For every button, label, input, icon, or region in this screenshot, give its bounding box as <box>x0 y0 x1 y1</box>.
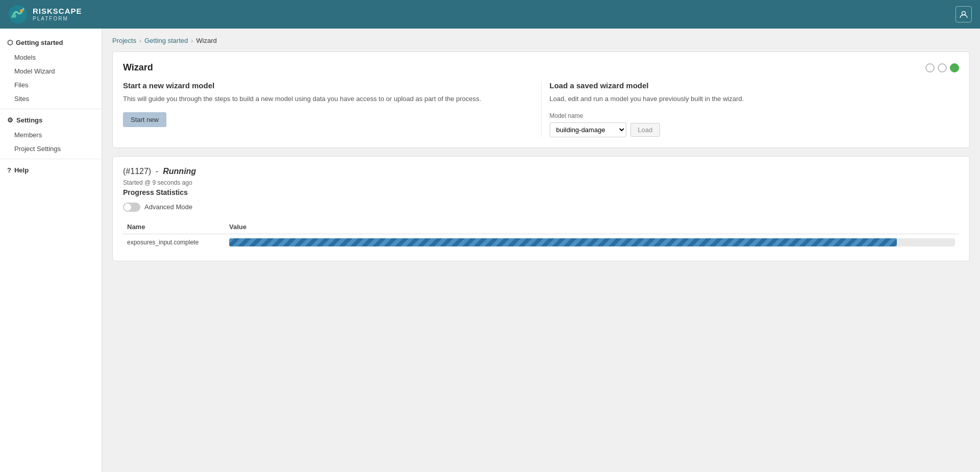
logo-text: RISKSCAPE PLATFORM <box>33 7 82 21</box>
sidebar-item-sites[interactable]: Sites <box>0 92 102 106</box>
new-model-desc: This will guide you through the steps to… <box>123 94 533 104</box>
sidebar-item-models[interactable]: Models <box>0 51 102 64</box>
breadcrumb-getting-started[interactable]: Getting started <box>144 37 188 44</box>
sidebar-item-members[interactable]: Members <box>0 128 102 142</box>
user-account-button[interactable] <box>955 6 972 22</box>
table-row: exposures_input.complete <box>123 234 959 251</box>
breadcrumb-projects[interactable]: Projects <box>112 37 136 44</box>
nav-right <box>955 6 972 22</box>
logo-icon <box>8 5 28 24</box>
sidebar-item-model-wizard[interactable]: Model Wizard <box>0 64 102 78</box>
svg-point-0 <box>9 5 27 23</box>
model-name-label: Model name <box>550 112 960 119</box>
load-button[interactable]: Load <box>630 123 660 137</box>
progress-bar-container <box>229 238 955 246</box>
progress-table: Name Value exposures_input.complete <box>123 220 959 251</box>
breadcrumb-current: Wizard <box>196 37 216 44</box>
sidebar-item-files[interactable]: Files <box>0 78 102 92</box>
wizard-load-model-col: Load a saved wizard model Load, edit and… <box>550 81 960 137</box>
wizard-columns: Start a new wizard model This will guide… <box>123 81 959 137</box>
help-icon: ? <box>7 166 11 174</box>
status-circle-2[interactable] <box>938 63 947 72</box>
sidebar-divider-2 <box>0 159 102 159</box>
wizard-card-title: Wizard <box>123 62 959 73</box>
breadcrumb: Projects › Getting started › Wizard <box>112 37 970 44</box>
running-card: (#1127) - Running Started @ 9 seconds ag… <box>112 156 970 261</box>
main-content: Projects › Getting started › Wizard Wiza… <box>102 29 980 472</box>
sidebar: ⬡ Getting started Models Model Wizard Fi… <box>0 29 102 472</box>
new-model-title: Start a new wizard model <box>123 81 533 90</box>
svg-point-1 <box>12 14 16 18</box>
running-title: (#1127) - Running <box>123 167 959 176</box>
advanced-mode-toggle[interactable] <box>123 203 140 212</box>
sidebar-help[interactable]: ? Help <box>0 162 102 178</box>
wizard-card: Wizard Start a new wizard model This wil… <box>112 52 970 148</box>
col-value-header: Value <box>225 220 959 234</box>
load-model-title: Load a saved wizard model <box>550 81 960 90</box>
status-circle-1[interactable] <box>925 63 935 72</box>
settings-icon: ⚙ <box>7 116 13 124</box>
load-model-desc: Load, edit and run a model you have prev… <box>550 94 960 104</box>
start-new-button[interactable]: Start new <box>123 112 166 127</box>
sidebar-item-project-settings[interactable]: Project Settings <box>0 142 102 156</box>
top-navigation: RISKSCAPE PLATFORM <box>0 0 980 29</box>
sidebar-getting-started[interactable]: ⬡ Getting started <box>0 35 102 51</box>
col-name-header: Name <box>123 220 225 234</box>
getting-started-icon: ⬡ <box>7 39 13 46</box>
model-row: building-damage Load <box>550 122 960 137</box>
progress-row-name: exposures_input.complete <box>123 234 225 251</box>
status-circle-3[interactable] <box>950 63 959 72</box>
breadcrumb-sep-2: › <box>191 37 193 44</box>
sidebar-settings[interactable]: ⚙ Settings <box>0 112 102 128</box>
started-label: Started @ 9 seconds ago <box>123 179 959 186</box>
svg-point-2 <box>20 9 23 12</box>
logo-area: RISKSCAPE PLATFORM <box>8 5 82 24</box>
advanced-mode-label: Advanced Mode <box>144 203 192 211</box>
toggle-slider <box>123 203 140 212</box>
breadcrumb-sep-1: › <box>139 37 141 44</box>
wizard-status-buttons <box>925 63 959 72</box>
model-name-select[interactable]: building-damage <box>550 122 626 137</box>
main-layout: ⬡ Getting started Models Model Wizard Fi… <box>0 29 980 472</box>
sidebar-divider <box>0 109 102 109</box>
advanced-mode-row: Advanced Mode <box>123 203 959 212</box>
progress-row-value <box>225 234 959 251</box>
progress-stats-title: Progress Statistics <box>123 188 959 196</box>
progress-bar-fill <box>229 238 897 246</box>
wizard-new-model-col: Start a new wizard model This will guide… <box>123 81 542 137</box>
